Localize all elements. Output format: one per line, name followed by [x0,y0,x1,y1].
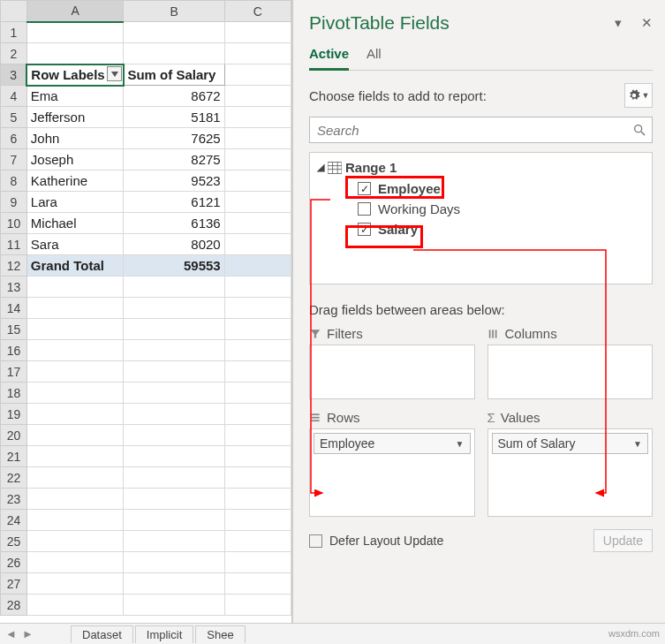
search-input-container[interactable] [309,117,653,143]
table-row[interactable]: 9523 [124,170,224,192]
row-header[interactable]: 25 [1,531,27,552]
svg-rect-8 [492,330,494,337]
pivot-rowlabels-header[interactable]: Row Labels [26,64,124,86]
table-row[interactable]: Ema [26,86,124,107]
tab-active[interactable]: Active [309,42,349,71]
row-header[interactable]: 9 [1,192,27,213]
grand-total-value[interactable]: 59553 [124,255,224,277]
filter-dropdown-button[interactable] [107,66,122,81]
area-values-label: Values [501,410,540,425]
rows-dropzone[interactable]: Employee ▼ [309,428,475,517]
row-header[interactable]: 20 [1,425,27,446]
row-header[interactable]: 21 [1,446,27,467]
row-header[interactable]: 10 [1,213,27,234]
row-header[interactable]: 12 [1,255,27,277]
tab-all[interactable]: All [367,42,382,70]
defer-update-checkbox[interactable] [309,534,322,548]
field-salary[interactable]: Salary [315,219,646,239]
row-header[interactable]: 5 [1,107,27,128]
row-header[interactable]: 15 [1,319,27,340]
sheet-tab-bar[interactable]: ◄ ► Dataset Implicit Shee [0,623,665,644]
row-header[interactable]: 7 [1,149,27,170]
row-header[interactable]: 26 [1,552,27,573]
table-row[interactable]: Sara [26,234,124,255]
watermark: wsxdm.com [608,628,660,639]
row-header[interactable]: 23 [1,489,27,510]
table-row[interactable]: Joseph [26,149,124,170]
sheet-tab-shee[interactable]: Shee [195,625,245,643]
table-row[interactable]: 8020 [124,234,224,255]
rows-icon [309,412,321,424]
row-header[interactable]: 22 [1,467,27,489]
svg-rect-9 [495,330,496,337]
sheet-tab-dataset[interactable]: Dataset [71,625,133,643]
row-header[interactable]: 16 [1,340,27,361]
tab-nav-prev[interactable]: ◄ [5,627,17,640]
table-row[interactable]: Michael [26,213,124,234]
rows-item-employee[interactable]: Employee ▼ [314,433,471,454]
chevron-down-icon[interactable]: ▼ [633,439,642,449]
row-header[interactable]: 27 [1,573,27,595]
row-header[interactable]: 11 [1,234,27,255]
chevron-down-icon [111,72,118,77]
svg-point-0 [635,125,642,133]
filters-dropzone[interactable] [309,345,475,399]
search-icon [632,123,646,137]
close-icon[interactable]: ✕ [641,15,653,31]
table-row[interactable]: 6121 [124,192,224,213]
pivot-fields-pane: PivotTable Fields ▾ ✕ Active All Choose … [292,0,665,623]
tools-button[interactable]: ▼ [624,83,653,108]
range-node[interactable]: ◢ Range 1 [315,160,646,175]
row-header[interactable]: 14 [1,298,27,319]
svg-rect-11 [311,416,319,418]
field-employee[interactable]: Employee [315,178,646,199]
row-header[interactable]: 18 [1,383,27,404]
checkbox-salary[interactable] [358,223,371,236]
table-row[interactable]: 8275 [124,149,224,170]
values-item-sumsalary[interactable]: Sum of Salary ▼ [492,433,649,454]
col-header-b[interactable]: B [124,1,224,22]
collapse-icon[interactable]: ◢ [317,162,324,173]
table-row[interactable]: Katherine [26,170,124,192]
row-header[interactable]: 13 [1,277,27,298]
values-dropzone[interactable]: Sum of Salary ▼ [487,428,654,517]
table-row[interactable]: 7625 [124,128,224,149]
table-icon [328,162,342,174]
col-header-a[interactable]: A [26,1,124,22]
table-row[interactable]: 5181 [124,107,224,128]
row-header[interactable]: 8 [1,170,27,192]
table-row[interactable]: 6136 [124,213,224,234]
col-header-c[interactable]: C [224,1,291,22]
checkbox-working-days[interactable] [358,202,371,216]
row-header[interactable]: 1 [1,22,27,43]
search-input[interactable] [315,122,632,139]
grand-total-label[interactable]: Grand Total [26,255,124,277]
columns-icon [487,328,500,340]
row-header[interactable]: 19 [1,404,27,425]
checkbox-employee[interactable] [358,182,371,195]
row-header[interactable]: 6 [1,128,27,149]
sheet-tab-implicit[interactable]: Implicit [135,625,193,643]
table-row[interactable]: Jefferson [26,107,124,128]
chevron-down-icon: ▼ [642,91,650,100]
row-header[interactable]: 2 [1,43,27,64]
table-row[interactable]: John [26,128,124,149]
row-header[interactable]: 17 [1,361,27,383]
select-all-corner[interactable] [1,1,27,22]
svg-rect-7 [488,330,490,337]
tab-nav-next[interactable]: ► [22,627,34,640]
row-header[interactable]: 24 [1,510,27,531]
row-header[interactable]: 4 [1,86,27,107]
columns-dropzone[interactable] [487,345,654,399]
row-header[interactable]: 28 [1,595,27,616]
field-working-days[interactable]: Working Days [315,199,646,219]
field-list[interactable]: ◢ Range 1 Employee Working Days Salary [309,152,653,284]
table-row[interactable]: Lara [26,192,124,213]
pane-dropdown-icon[interactable]: ▾ [615,15,622,31]
row-header[interactable]: 3 [1,64,27,86]
pivot-sumsalary-header[interactable]: Sum of Salary [124,64,224,86]
chevron-down-icon[interactable]: ▼ [456,439,465,449]
update-button[interactable]: Update [593,529,653,552]
table-row[interactable]: 8672 [124,86,224,107]
spreadsheet-grid[interactable]: A B C 1 2 3 Row Labels Sum of Salary 4Em… [0,0,292,623]
